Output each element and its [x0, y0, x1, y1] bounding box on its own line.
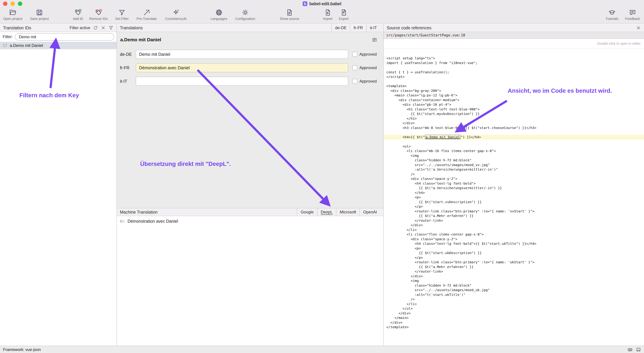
- approved-label: Approved: [360, 52, 377, 57]
- shortcut-badge: ⌘1: [120, 219, 125, 223]
- app-icon: b: [303, 1, 307, 6]
- toolbar-button-show-source[interactable]: Show source: [274, 9, 306, 21]
- code-line: [384, 139, 644, 144]
- toolbar-label: Pre-Translate: [136, 17, 157, 21]
- translation-rows: de-DEApprovedfr-FRApprovedit-ITApproved: [117, 50, 383, 90]
- code-line: :alt="t('start.ukTitle')": [384, 292, 644, 297]
- toolbar-button-configuration[interactable]: Configuration: [229, 9, 261, 21]
- toolbar-label: Feedback: [625, 17, 640, 21]
- language-label: de-DE: [120, 52, 136, 57]
- editor-hint-row: Double-click to open in editor: [384, 39, 644, 49]
- code-line: </h1>: [384, 116, 644, 121]
- toolbar-label: Export: [339, 17, 348, 21]
- panel-toggle-icon[interactable]: [636, 347, 641, 352]
- file-reference-tab[interactable]: src/pages/start/GuestStartPage.vue:18: [384, 32, 644, 39]
- code-line: {{ $t("a.Versicherungsvermittler/-in") }…: [384, 186, 644, 190]
- toolbar-label: Add ID: [73, 17, 83, 21]
- code-line: <main class="lg:px-12 lg:pb-6">: [384, 93, 644, 98]
- toolbar-button-feedback[interactable]: Feedback: [616, 9, 644, 21]
- code-view[interactable]: <script setup lang="ts">import { useTran…: [384, 49, 644, 346]
- code-line: <div class="bg-gray-200">: [384, 89, 644, 93]
- toolbar-button-export[interactable]: Export: [328, 9, 360, 21]
- translation-id-item[interactable]: a.Demo mit Daniel: [0, 42, 116, 49]
- code-line: <img: [384, 153, 644, 158]
- code-line: <li class="mb-16 flex items-center gap-x…: [384, 149, 644, 153]
- approved-label: Approved: [360, 79, 377, 84]
- code-line: </li>: [384, 302, 644, 306]
- languages-icon: [215, 9, 223, 17]
- mt-tab-google[interactable]: Google: [297, 208, 317, 216]
- machine-translation-result-row[interactable]: ⌘1 Démonstration avec Daniel: [117, 216, 383, 224]
- filter-active-cluster: Filter active: [70, 25, 114, 30]
- code-line: <h4 class="text-lg font-bold">: [384, 181, 644, 186]
- refresh-icon[interactable]: [93, 25, 98, 30]
- highlighted-code-line: <h4>{{ $t("a.Demo mit Daniel") }}</h4>: [384, 135, 644, 140]
- code-line: [384, 79, 644, 84]
- code-line: {{ $t("start.vvDescription") }}: [384, 200, 644, 204]
- code-line: <div class="pb-10 pt-4">: [384, 102, 644, 107]
- code-line: <template>: [384, 84, 644, 89]
- toolbar-button-consistencyai[interactable]: ConsistencyAI: [160, 9, 192, 21]
- code-line: <h4 class="text-lg font-bold">{{ $t("sta…: [384, 241, 644, 246]
- code-line: {{ $t("a.Mehr erfahren") }}: [384, 265, 644, 269]
- clear-filter-icon[interactable]: [101, 25, 106, 30]
- mt-tab-microsoft[interactable]: Microsoft: [336, 208, 360, 216]
- close-panel-icon[interactable]: [636, 25, 641, 30]
- approved-checkbox[interactable]: [352, 52, 357, 57]
- remove-ids-icon: [95, 9, 102, 17]
- code-line: <p>: [384, 246, 644, 251]
- translation-id-label: a.Demo mit Daniel: [10, 43, 43, 48]
- source-code-panel: Source code references src/pages/start/G…: [384, 24, 644, 346]
- code-line: </div>: [384, 320, 644, 325]
- toolbar-label: ConsistencyAI: [165, 17, 186, 21]
- code-line: <p>: [384, 195, 644, 200]
- mt-tab-openai[interactable]: OpenAI: [360, 208, 380, 216]
- translation-input-it-it[interactable]: [136, 77, 348, 86]
- approved-checkbox[interactable]: [352, 79, 357, 84]
- language-tab-fr-fr[interactable]: fr-FR: [350, 24, 366, 32]
- set-filter-icon: [118, 9, 126, 17]
- translation-input-fr-fr[interactable]: [136, 63, 348, 72]
- machine-translation-body: ⌘1 Démonstration avec Daniel: [117, 216, 383, 346]
- code-line: {{ $t("start.ukDescription") }}: [384, 251, 644, 255]
- code-line: const { t } = useTranslation();: [384, 70, 644, 75]
- code-line: </script>: [384, 75, 644, 79]
- code-line: </li>: [384, 228, 644, 232]
- save-project-icon: [36, 9, 43, 17]
- configuration-icon: [241, 9, 249, 17]
- translations-title: Translations: [120, 26, 143, 30]
- code-line: </div>: [384, 311, 644, 316]
- code-line: {{ $t("a.Mehr erfahren") }}: [384, 214, 644, 218]
- entry-title: a.Demo mit Daniel: [120, 37, 161, 43]
- toolbar-button-pre-translate[interactable]: Pre-Translate: [131, 9, 163, 21]
- toolbar-button-save-project[interactable]: Save project: [24, 9, 56, 21]
- machine-translation-title: Machine Translation: [120, 210, 158, 215]
- code-line: />: [384, 172, 644, 177]
- mt-tab-deepl[interactable]: DeepL: [317, 208, 336, 216]
- code-line: </router-link>: [384, 218, 644, 223]
- approved-checkbox[interactable]: [352, 65, 357, 70]
- translation-input-de-de[interactable]: [136, 50, 348, 59]
- file-reference: src/pages/start/GuestStartPage.vue:18: [386, 33, 465, 37]
- machine-translation-header: Machine Translation GoogleDeepLMicrosoft…: [117, 208, 383, 216]
- consistency-ai-icon: [172, 9, 180, 17]
- code-line: <h3 class="mb-8 text-blue-900">{{ $t("st…: [384, 126, 644, 130]
- filter-input[interactable]: [15, 33, 114, 41]
- translation-ids-title: Translation IDs: [3, 26, 31, 30]
- export-icon: [340, 9, 348, 17]
- code-line: </p>: [384, 204, 644, 209]
- code-line: import { useTranslation } from "i18next-…: [384, 61, 644, 65]
- language-tab-it-it[interactable]: it-IT: [366, 24, 380, 32]
- translation-ids-panel: Translation IDs Filter active Filter: a.…: [0, 24, 117, 346]
- entry-note-icon[interactable]: [372, 37, 377, 43]
- tutorials-icon: [608, 9, 616, 17]
- code-line: class="hidden h-72 md:block": [384, 283, 644, 288]
- language-tab-de-de[interactable]: de-DE: [332, 24, 350, 32]
- code-line: />: [384, 297, 644, 302]
- code-line: </template>: [384, 325, 644, 329]
- translation-ids-header: Translation IDs Filter active: [0, 24, 116, 32]
- keyboard-icon[interactable]: [628, 347, 632, 352]
- filter-funnel-icon[interactable]: [108, 25, 114, 30]
- feedback-icon: [629, 9, 636, 17]
- translation-row-it-it: it-ITApproved: [117, 77, 383, 86]
